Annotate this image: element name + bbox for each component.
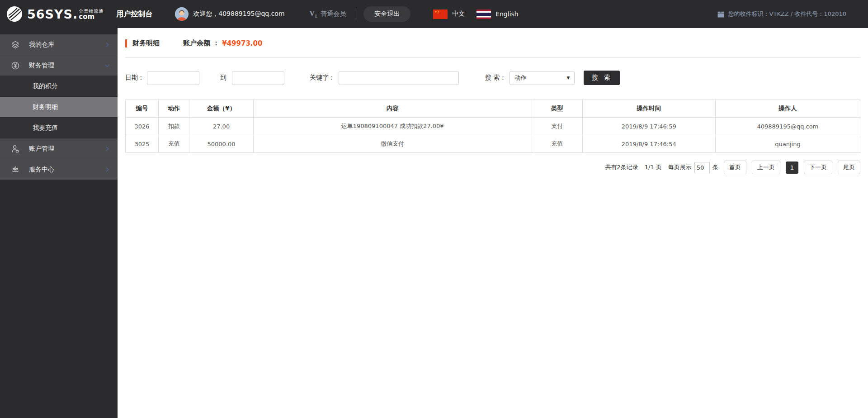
sidebar-item-account[interactable]: 账户管理 [0, 138, 118, 159]
cell-action: 充值 [159, 135, 189, 153]
main-content: 财务明细 账户余额 ： ¥49973.00 日期： 到 关键字： 搜 索： 动作… [118, 28, 868, 418]
logout-button[interactable]: 安全退出 [363, 6, 410, 22]
avatar-face-icon [175, 7, 189, 21]
sidebar-item-label: 账户管理 [29, 145, 54, 153]
date-from-input[interactable] [147, 71, 199, 85]
welcome-text: 欢迎您，409889195@qq.com [193, 10, 284, 18]
chevron-down-icon [104, 62, 110, 69]
sidebar-subitem-finance-detail[interactable]: 财务明细 [0, 97, 118, 118]
cell-id: 3026 [126, 118, 159, 135]
cell-type: 支付 [532, 118, 582, 135]
chevron-right-icon [104, 146, 110, 152]
balance-label: 账户余额 ： [183, 39, 219, 48]
search-button[interactable]: 搜 索 [584, 71, 620, 85]
next-page-button[interactable]: 下一页 [804, 161, 832, 174]
col-header-amount: 金额（¥） [189, 100, 253, 118]
col-header-operator: 操作人 [715, 100, 860, 118]
per-page-input[interactable] [694, 162, 710, 173]
package-icon [717, 10, 725, 18]
top-header: 56SYS. 全景物流通 com 用户控制台 欢迎您，409889195@qq.… [0, 0, 868, 28]
balance-value: ¥49973.00 [222, 39, 262, 48]
date-to-label: 到 [220, 74, 226, 82]
chevron-right-icon [104, 166, 110, 173]
pagination: 共有2条记录 1/1 页 每页展示 条 首页 上一页 1 下一页 尾页 [125, 161, 860, 174]
member-level-label: 普通会员 [321, 10, 346, 18]
sidebar-item-label: 我要充值 [33, 124, 58, 132]
cell-id: 3025 [126, 135, 159, 153]
sidebar: 我的仓库 财务管理 我的积分 财务明细 我要充值 [0, 28, 118, 418]
total-records-text: 共有2条记录 [605, 163, 638, 171]
console-title: 用户控制台 [116, 10, 152, 19]
lang-english[interactable]: English [495, 10, 519, 18]
cell-operator: quanjing [715, 135, 860, 153]
sidebar-item-warehouse[interactable]: 我的仓库 [0, 34, 118, 55]
keyword-input[interactable] [339, 71, 459, 85]
page-title: 财务明细 [132, 39, 160, 48]
warehouse-icon [11, 40, 20, 49]
thailand-flag-icon[interactable] [476, 10, 491, 19]
table-row: 3026 扣款 27.00 运单190809100047 成功扣款27.00¥ … [126, 118, 860, 135]
col-header-action: 动作 [159, 100, 189, 118]
cell-content: 运单190809100047 成功扣款27.00¥ [253, 118, 532, 135]
brand-logo-icon [5, 5, 24, 23]
member-badge-icon: V1 [310, 10, 317, 19]
search-by-label: 搜 索： [485, 74, 506, 82]
date-to-input[interactable] [232, 71, 284, 85]
search-form: 日期： 到 关键字： 搜 索： 动作 ▼ 搜 索 [125, 71, 860, 85]
cell-amount: 27.00 [189, 118, 253, 135]
receiver-info-text: 您的收件标识：VTKZZ / 收件代号：102010 [728, 10, 846, 18]
brand-name: 56SYS. [27, 7, 78, 21]
finance-table: 编号 动作 金额（¥） 内容 类型 操作时间 操作人 3026 扣款 27.00… [125, 100, 860, 153]
service-icon [11, 165, 20, 174]
brand-wordmark: 56SYS. 全景物流通 com [27, 7, 104, 21]
sidebar-item-service[interactable]: 服务中心 [0, 159, 118, 180]
sidebar-item-label: 我的仓库 [29, 41, 54, 49]
header-divider [356, 8, 356, 20]
col-header-content: 内容 [253, 100, 532, 118]
sidebar-item-label: 服务中心 [29, 166, 54, 174]
per-page-unit: 条 [712, 163, 718, 171]
current-page-button[interactable]: 1 [786, 162, 798, 174]
col-header-type: 类型 [532, 100, 582, 118]
sidebar-subitem-recharge[interactable]: 我要充值 [0, 118, 118, 138]
sidebar-item-label: 我的积分 [33, 82, 58, 90]
prev-page-button[interactable]: 上一页 [752, 161, 780, 174]
sidebar-item-label: 财务管理 [29, 62, 54, 70]
page-indicator-text: 1/1 页 [645, 163, 662, 171]
date-label: 日期： [125, 74, 144, 82]
lang-chinese[interactable]: 中文 [452, 10, 465, 18]
brand-suffix: com [79, 14, 104, 20]
col-header-id: 编号 [126, 100, 159, 118]
sidebar-item-finance[interactable]: 财务管理 [0, 55, 118, 76]
select-caret-icon: ▼ [567, 76, 570, 80]
finance-icon [11, 61, 20, 70]
china-flag-icon[interactable] [433, 10, 448, 19]
per-page-label: 每页展示 [668, 163, 692, 171]
sidebar-item-label: 财务明细 [33, 103, 58, 111]
cell-time: 2019/8/9 17:46:54 [582, 135, 715, 153]
account-icon [11, 144, 20, 153]
keyword-label: 关键字： [310, 74, 335, 82]
action-select-value: 动作 [514, 74, 526, 82]
col-header-time: 操作时间 [582, 100, 715, 118]
sidebar-subitem-points[interactable]: 我的积分 [0, 76, 118, 97]
cell-operator: 409889195@qq.com [715, 118, 860, 135]
title-accent-bar [125, 39, 127, 48]
cell-content: 微信支付 [253, 135, 532, 153]
table-row: 3025 充值 50000.00 微信支付 充值 2019/8/9 17:46:… [126, 135, 860, 153]
title-separator [125, 57, 860, 58]
cell-amount: 50000.00 [189, 135, 253, 153]
chevron-right-icon [104, 42, 110, 48]
cell-time: 2019/8/9 17:46:59 [582, 118, 715, 135]
cell-action: 扣款 [159, 118, 189, 135]
cell-type: 充值 [532, 135, 582, 153]
last-page-button[interactable]: 尾页 [838, 161, 860, 174]
user-avatar[interactable] [175, 7, 189, 21]
action-select[interactable]: 动作 ▼ [509, 71, 575, 85]
first-page-button[interactable]: 首页 [724, 161, 746, 174]
table-header-row: 编号 动作 金额（¥） 内容 类型 操作时间 操作人 [126, 100, 860, 118]
receiver-info: 您的收件标识：VTKZZ / 收件代号：102010 [717, 10, 846, 18]
